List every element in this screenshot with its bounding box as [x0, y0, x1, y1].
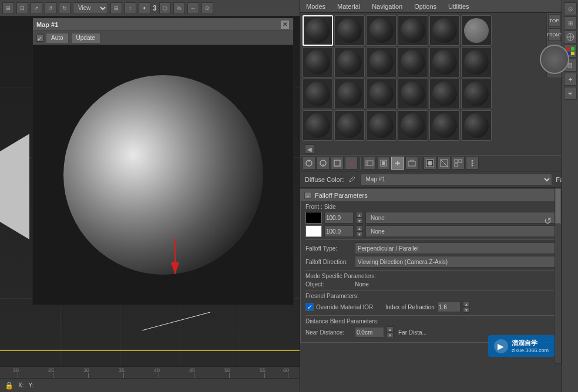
scroll-left-btn[interactable]: ◀	[305, 144, 314, 154]
toolbar-icon-4[interactable]: ↺	[45, 2, 56, 14]
toolbar-icon-2[interactable]: ⊡	[16, 2, 28, 14]
red-arrow	[157, 233, 193, 281]
mat-sphere-24[interactable]	[461, 110, 492, 141]
nav-sphere-widget[interactable]	[540, 45, 569, 74]
toolbar-icon-10[interactable]: %	[173, 2, 185, 14]
mat-sphere-13[interactable]	[303, 79, 333, 109]
tool-separator-1	[360, 157, 361, 169]
menu-options[interactable]: Options	[408, 0, 442, 13]
mat-sphere-11[interactable]	[429, 47, 460, 77]
color2-value-field[interactable]: 100.0	[324, 225, 354, 237]
falloff-direction-dropdown[interactable]: Viewing Direction (Camera Z-Axis)	[355, 256, 573, 268]
show-map-icon[interactable]	[363, 157, 376, 170]
falloff-type-dropdown[interactable]: Perpendicular / Parallel	[355, 242, 573, 254]
none-dropdown-1[interactable]: None	[365, 212, 563, 224]
make-material-unique-icon[interactable]	[391, 157, 404, 170]
mat-sphere-15[interactable]	[366, 79, 396, 109]
spin-down-1[interactable]: ▼	[356, 218, 363, 224]
edge-icon-sun[interactable]: ☀	[564, 87, 577, 100]
options-icon[interactable]	[466, 157, 479, 170]
delete-material-icon[interactable]: ✕	[345, 157, 358, 170]
toolbar-icon-6[interactable]: ⊞	[110, 2, 122, 14]
none-dropdown-2[interactable]: None	[365, 225, 563, 237]
toolbar-icon-12[interactable]: ⊙	[201, 2, 213, 14]
toolbar-icon-11[interactable]: ↔	[187, 2, 199, 14]
spin-down-near[interactable]: ▼	[387, 332, 394, 338]
mat-sphere-21[interactable]	[366, 110, 396, 141]
spin-down-2[interactable]: ▼	[356, 231, 363, 237]
mat-sphere-19[interactable]	[303, 110, 333, 141]
mat-sphere-18[interactable]	[461, 79, 492, 109]
mat-sphere-9[interactable]	[366, 47, 396, 77]
put-to-library-icon[interactable]	[405, 157, 418, 170]
undo-arrow-icon[interactable]: ↺	[544, 215, 552, 227]
ior-spinner[interactable]: ▲ ▼	[463, 301, 470, 313]
backlight-icon[interactable]	[438, 157, 451, 170]
mat-sphere-5[interactable]	[429, 15, 460, 46]
color1-spinner[interactable]: ▲ ▼	[356, 212, 363, 224]
mat-sphere-14[interactable]	[334, 79, 365, 109]
mat-sphere-20[interactable]	[334, 110, 365, 141]
spin-up-1[interactable]: ▲	[356, 212, 363, 218]
toolbar-icon-9[interactable]: ⬡	[159, 2, 171, 14]
color-swatch-black[interactable]	[305, 212, 322, 224]
mat-sphere-3[interactable]	[366, 15, 396, 46]
cycle-3x2-icon[interactable]	[452, 157, 465, 170]
mat-sphere-22[interactable]	[398, 110, 428, 141]
edge-icon-sphere[interactable]: ⊙	[564, 2, 577, 15]
auto-button[interactable]: Auto	[46, 33, 69, 43]
edge-icon-checkerboard[interactable]: ⊞	[564, 16, 577, 29]
get-material-icon[interactable]	[303, 157, 315, 170]
falloff-collapse-button[interactable]: -	[304, 192, 311, 199]
mat-sphere-23[interactable]	[429, 110, 460, 141]
background-icon[interactable]	[424, 157, 436, 170]
toolbar-icon-3[interactable]: ↗	[31, 2, 42, 14]
edge-icon-nav[interactable]	[564, 31, 577, 43]
color1-value-field[interactable]: 100.0	[324, 212, 354, 224]
show-end-result-icon[interactable]	[377, 157, 390, 170]
mat-sphere-10[interactable]	[398, 47, 428, 77]
mat-sphere-16[interactable]	[398, 79, 428, 109]
map-window-close-button[interactable]: ✕	[280, 20, 290, 29]
put-material-icon[interactable]	[317, 157, 330, 170]
toolbar-icon-1[interactable]: ⊞	[2, 2, 14, 14]
assign-material-icon[interactable]	[331, 157, 344, 170]
mat-sphere-4[interactable]	[398, 15, 428, 46]
eyedropper-icon[interactable]	[347, 175, 357, 184]
spin-up-2[interactable]: ▲	[356, 225, 363, 231]
spin-down-ior[interactable]: ▼	[463, 307, 470, 313]
toolbar-icon-5[interactable]: ↻	[59, 2, 70, 14]
spin-up-near[interactable]: ▲	[387, 326, 394, 332]
mat-sphere-17[interactable]	[429, 79, 460, 109]
near-distance-field[interactable]: 0.0cm	[355, 327, 384, 337]
mat-sphere-12[interactable]	[461, 47, 492, 77]
x-label: X:	[18, 382, 23, 388]
color-swatch-white[interactable]	[305, 225, 322, 237]
color2-spinner[interactable]: ▲ ▼	[356, 225, 363, 237]
ior-value-field[interactable]: 1.6	[437, 302, 461, 312]
edge-icon-star[interactable]: ✦	[564, 73, 577, 86]
number-3: 3	[153, 4, 157, 12]
mat-sphere-8[interactable]	[334, 47, 365, 77]
scrollbar-thumb[interactable]	[555, 188, 561, 224]
mat-sphere-6[interactable]	[461, 15, 492, 46]
scrollbar[interactable]	[555, 188, 562, 364]
mat-sphere-1[interactable]	[303, 15, 333, 46]
menu-modes[interactable]: Modes	[300, 0, 331, 13]
map-name-dropdown[interactable]: Map #1	[360, 174, 552, 185]
spin-up-ior[interactable]: ▲	[463, 301, 470, 307]
toolbar-icon-8[interactable]: ✦	[139, 2, 150, 14]
view-dropdown[interactable]: View	[73, 2, 108, 14]
tool-separator-2	[421, 157, 421, 169]
menu-material[interactable]: Material	[331, 0, 366, 13]
object-value: None	[355, 281, 369, 288]
menu-utilities[interactable]: Utilities	[442, 0, 475, 13]
toolbar-icon-7[interactable]: ↑	[125, 2, 136, 14]
mat-sphere-2[interactable]	[334, 15, 365, 46]
update-button[interactable]: Update	[71, 33, 100, 43]
mat-sphere-7[interactable]	[303, 47, 333, 77]
menu-navigation[interactable]: Navigation	[366, 0, 408, 13]
auto-checkbox[interactable]: ✓	[36, 35, 43, 42]
override-ior-checkbox[interactable]: ✓	[305, 303, 314, 311]
near-dist-spinner[interactable]: ▲ ▼	[387, 326, 394, 338]
